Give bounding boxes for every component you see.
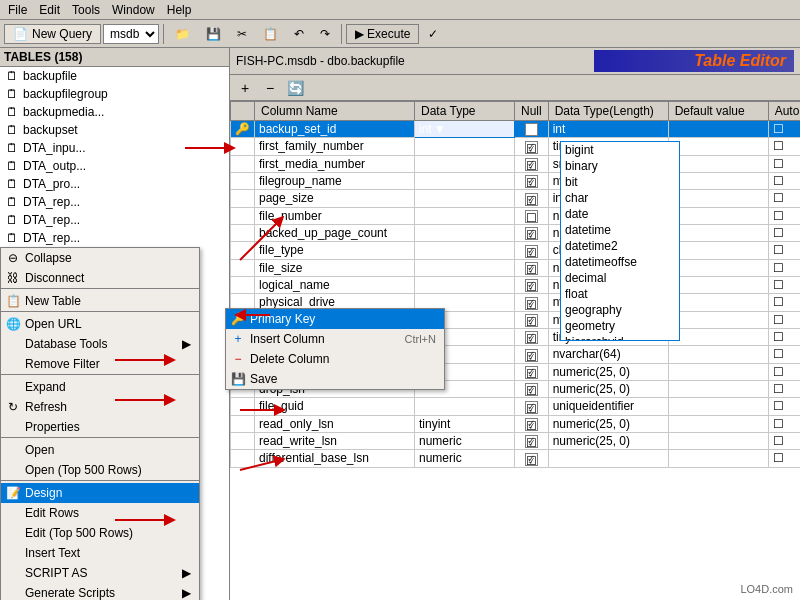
null-checkbox[interactable]: ☐ xyxy=(525,123,538,136)
cell-auto[interactable]: ☐ xyxy=(768,311,800,328)
null-checkbox[interactable]: ☑ xyxy=(525,401,538,414)
sidebar-item-dta-rep1[interactable]: 🗒 DTA_rep... xyxy=(0,193,229,211)
menu-window[interactable]: Window xyxy=(106,1,161,19)
cell-auto[interactable]: ☐ xyxy=(768,328,800,345)
cell-data-type[interactable]: tinyint xyxy=(415,415,515,432)
type-option-geography[interactable]: geography xyxy=(561,302,679,318)
cell-auto[interactable]: ☐ xyxy=(768,155,800,172)
table-row[interactable]: file_guid☑uniqueidentifier☐ xyxy=(231,398,801,415)
table-row[interactable]: read_only_lsntinyint☑numeric(25, 0)☐ xyxy=(231,415,801,432)
sidebar-item-backupfile[interactable]: 🗒 backupfile xyxy=(0,67,229,85)
cell-null[interactable]: ☑ xyxy=(515,380,549,397)
ctx-refresh-1[interactable]: ↻ Refresh xyxy=(1,397,199,417)
sidebar-item-dta-rep2[interactable]: 🗒 DTA_rep... xyxy=(0,211,229,229)
cell-auto[interactable]: ☐ xyxy=(768,121,800,138)
ctx-generate-scripts[interactable]: Generate Scripts ▶ xyxy=(1,583,199,600)
auto-checkbox[interactable]: ☐ xyxy=(773,139,784,153)
sidebar-item-dta-inpu[interactable]: 🗒 DTA_inpu... xyxy=(0,139,229,157)
auto-checkbox[interactable]: ☐ xyxy=(773,157,784,171)
type-dropdown[interactable]: bigint binary bit char date datetime dat… xyxy=(560,141,680,341)
cell-null[interactable]: ☐ xyxy=(515,121,549,138)
null-checkbox[interactable]: ☑ xyxy=(525,366,538,379)
cell-auto[interactable]: ☐ xyxy=(768,190,800,207)
null-checkbox[interactable]: ☑ xyxy=(525,314,538,327)
cell-null[interactable]: ☑ xyxy=(515,294,549,311)
null-checkbox[interactable]: ☑ xyxy=(525,418,538,431)
cell-auto[interactable]: ☐ xyxy=(768,432,800,449)
ctx-design[interactable]: 📝 Design xyxy=(1,483,199,503)
auto-checkbox[interactable]: ☐ xyxy=(773,313,784,327)
cell-auto[interactable]: ☐ xyxy=(768,450,800,467)
sidebar-item-dta-pro[interactable]: 🗒 DTA_pro... xyxy=(0,175,229,193)
type-option-date[interactable]: date xyxy=(561,206,679,222)
ctx-open[interactable]: Open xyxy=(1,440,199,460)
cell-null[interactable]: ☐ xyxy=(515,207,549,224)
auto-checkbox[interactable]: ☐ xyxy=(773,226,784,240)
null-checkbox[interactable]: ☑ xyxy=(525,331,538,344)
ctx-new-table[interactable]: 📋 New Table xyxy=(1,291,199,312)
ctx-properties-1[interactable]: Properties xyxy=(1,417,199,438)
toolbar-btn-1[interactable]: 📁 xyxy=(168,23,197,45)
sidebar-item-backupfilegroup[interactable]: 🗒 backupfilegroup xyxy=(0,85,229,103)
cell-data-type[interactable] xyxy=(415,172,515,189)
null-checkbox[interactable]: ☐ xyxy=(525,210,538,223)
toolbar-check-btn[interactable]: ✓ xyxy=(421,23,445,45)
cell-data-type[interactable] xyxy=(415,224,515,241)
cell-null[interactable]: ☑ xyxy=(515,276,549,293)
cell-null[interactable]: ☑ xyxy=(515,311,549,328)
cell-auto[interactable]: ☐ xyxy=(768,415,800,432)
auto-checkbox[interactable]: ☐ xyxy=(773,417,784,431)
cell-null[interactable]: ☑ xyxy=(515,346,549,363)
null-checkbox[interactable]: ☑ xyxy=(525,245,538,258)
ctx-remove-filter[interactable]: Remove Filter xyxy=(1,354,199,375)
toolbar-btn-5[interactable]: ↶ xyxy=(287,23,311,45)
null-checkbox[interactable]: ☑ xyxy=(525,279,538,292)
database-select[interactable]: msdb xyxy=(103,24,159,44)
cell-auto[interactable]: ☐ xyxy=(768,294,800,311)
cell-auto[interactable]: ☐ xyxy=(768,207,800,224)
cell-auto[interactable]: ☐ xyxy=(768,276,800,293)
auto-checkbox[interactable]: ☐ xyxy=(773,330,784,344)
cell-null[interactable]: ☑ xyxy=(515,242,549,259)
cell-null[interactable]: ☑ xyxy=(515,138,549,155)
menu-help[interactable]: Help xyxy=(161,1,198,19)
menu-tools[interactable]: Tools xyxy=(66,1,106,19)
cell-data-type[interactable] xyxy=(415,398,515,415)
cell-null[interactable]: ☑ xyxy=(515,224,549,241)
cell-auto[interactable]: ☐ xyxy=(768,363,800,380)
table-row[interactable]: file_size☑numeric(10, 0)☐ xyxy=(231,259,801,276)
null-checkbox[interactable]: ☑ xyxy=(525,297,538,310)
null-checkbox[interactable]: ☑ xyxy=(525,193,538,206)
sub-ctx-save[interactable]: 💾 Save xyxy=(226,369,444,389)
table-row[interactable]: read_write_lsnnumeric☑numeric(25, 0)☐ xyxy=(231,432,801,449)
type-option-char[interactable]: char xyxy=(561,190,679,206)
table-row[interactable]: 🔑backup_set_idint▼☐int☐ xyxy=(231,121,801,138)
cell-null[interactable]: ☑ xyxy=(515,259,549,276)
cell-null[interactable]: ☑ xyxy=(515,190,549,207)
null-checkbox[interactable]: ☑ xyxy=(525,141,538,154)
type-option-bit[interactable]: bit xyxy=(561,174,679,190)
table-row[interactable]: first_family_number☑tinyint☐ xyxy=(231,138,801,155)
auto-checkbox[interactable]: ☐ xyxy=(773,191,784,205)
ctx-script-as[interactable]: SCRIPT AS ▶ xyxy=(1,563,199,583)
ctx-insert-text[interactable]: Insert Text xyxy=(1,543,199,563)
ctx-edit-top500[interactable]: Edit (Top 500 Rows) xyxy=(1,523,199,543)
table-row[interactable]: filegroup_name☑nvarchar(128)☐ xyxy=(231,172,801,189)
cell-null[interactable]: ☑ xyxy=(515,432,549,449)
sub-ctx-insert-column[interactable]: + Insert Column Ctrl+N xyxy=(226,329,444,349)
table-row[interactable]: page_size☑int☐ xyxy=(231,190,801,207)
auto-checkbox[interactable]: ☐ xyxy=(773,399,784,413)
cell-auto[interactable]: ☐ xyxy=(768,138,800,155)
null-checkbox[interactable]: ☑ xyxy=(525,453,538,466)
cell-null[interactable]: ☑ xyxy=(515,450,549,467)
auto-checkbox[interactable]: ☐ xyxy=(773,347,784,361)
toolbar-btn-4[interactable]: 📋 xyxy=(256,23,285,45)
cell-data-type[interactable] xyxy=(415,259,515,276)
cell-data-type[interactable]: numeric xyxy=(415,450,515,467)
auto-checkbox[interactable]: ☐ xyxy=(773,451,784,465)
type-option-bigint[interactable]: bigint xyxy=(561,142,679,158)
cell-data-type[interactable] xyxy=(415,207,515,224)
type-option-decimal[interactable]: decimal xyxy=(561,270,679,286)
type-option-hierarchyid[interactable]: hierarchyid xyxy=(561,334,679,341)
cell-data-type[interactable] xyxy=(415,190,515,207)
